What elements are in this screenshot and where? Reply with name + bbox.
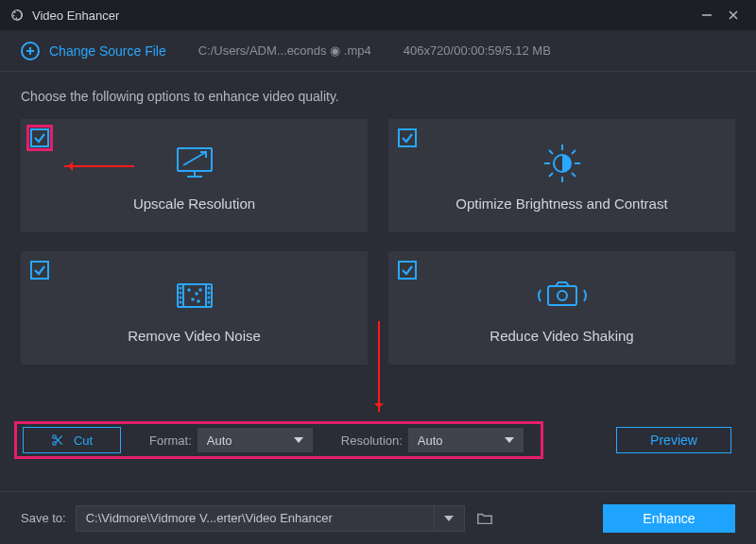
svg-point-34	[196, 293, 198, 295]
annotation-arrow-down	[378, 321, 380, 412]
svg-rect-38	[548, 286, 576, 305]
sun-contrast-icon	[539, 141, 586, 186]
svg-point-41	[53, 442, 57, 446]
preview-label: Preview	[650, 433, 697, 448]
format-label: Format:	[149, 434, 192, 448]
chevron-down-icon	[505, 437, 514, 443]
checkbox-brightness[interactable]	[398, 128, 417, 147]
svg-point-36	[199, 289, 201, 291]
instruction-text: Choose the following options to enhance …	[0, 72, 756, 113]
checkbox-upscale[interactable]	[30, 128, 49, 147]
format-value: Auto	[207, 434, 232, 448]
format-select[interactable]: Auto	[198, 428, 313, 452]
svg-point-28	[180, 301, 180, 302]
card-label: Remove Video Noise	[128, 328, 261, 344]
folder-icon	[476, 511, 493, 526]
svg-point-32	[208, 301, 209, 302]
save-path-value: C:\Vidmore\Vidmore V...erter\Video Enhan…	[86, 511, 333, 525]
card-label: Reduce Video Shaking	[490, 328, 633, 344]
change-source-button[interactable]: Change Source File	[21, 42, 166, 60]
save-path-input[interactable]: C:\Vidmore\Vidmore V...erter\Video Enhan…	[76, 505, 435, 532]
svg-marker-45	[505, 437, 514, 443]
svg-point-2	[13, 15, 15, 17]
svg-marker-46	[444, 516, 454, 521]
card-label: Optimize Brightness and Contrast	[455, 196, 667, 212]
chevron-down-icon	[294, 437, 303, 443]
card-upscale-resolution[interactable]: Upscale Resolution	[21, 119, 368, 232]
card-remove-noise[interactable]: Remove Video Noise	[21, 251, 368, 365]
svg-point-39	[558, 291, 567, 300]
save-to-label: Save to:	[21, 511, 66, 525]
svg-point-1	[14, 11, 16, 13]
svg-point-35	[192, 298, 194, 300]
window-title: Video Enhancer	[32, 8, 119, 23]
filmstrip-icon	[170, 273, 219, 318]
resolution-value: Auto	[418, 434, 443, 448]
chevron-down-icon	[444, 516, 454, 521]
change-source-label: Change Source File	[49, 43, 166, 59]
svg-point-25	[180, 287, 180, 288]
source-path: C:/Users/ADM...econds ◉ .mp4	[198, 43, 371, 58]
scissors-icon	[51, 434, 64, 447]
svg-point-3	[15, 18, 17, 20]
svg-line-19	[572, 173, 576, 177]
svg-point-30	[208, 292, 209, 293]
app-logo-icon	[9, 8, 25, 23]
svg-point-33	[188, 289, 190, 291]
save-path-dropdown[interactable]	[435, 505, 465, 532]
svg-line-18	[549, 150, 553, 154]
resolution-label: Resolution:	[341, 434, 403, 448]
controls-highlight-box: Cut Format: Auto Resolution: Auto	[14, 421, 543, 459]
resolution-select[interactable]: Auto	[408, 428, 524, 452]
cut-label: Cut	[74, 434, 93, 448]
plus-circle-icon	[21, 42, 40, 60]
checkbox-noise[interactable]	[30, 261, 49, 280]
svg-point-40	[53, 435, 57, 439]
camera-shake-icon	[533, 273, 592, 318]
preview-button[interactable]: Preview	[616, 427, 731, 453]
svg-point-26	[180, 292, 180, 293]
svg-line-21	[549, 173, 553, 177]
monitor-arrow-icon	[168, 141, 221, 186]
checkbox-shaking[interactable]	[398, 261, 417, 280]
cut-button[interactable]: Cut	[23, 427, 121, 453]
svg-point-31	[208, 297, 209, 298]
enhance-button[interactable]: Enhance	[603, 504, 735, 533]
svg-marker-44	[294, 437, 303, 443]
open-folder-button[interactable]	[472, 506, 497, 531]
svg-line-20	[572, 150, 576, 154]
minimize-button[interactable]	[694, 2, 720, 28]
card-brightness-contrast[interactable]: Optimize Brightness and Contrast	[388, 119, 735, 232]
svg-point-37	[198, 300, 199, 302]
card-label: Upscale Resolution	[133, 196, 255, 212]
enhance-label: Enhance	[643, 511, 695, 526]
svg-point-29	[208, 287, 209, 288]
close-button[interactable]	[720, 2, 747, 28]
svg-point-27	[180, 297, 180, 298]
annotation-arrow-left	[64, 165, 134, 167]
svg-line-12	[183, 152, 206, 165]
source-info: 406x720/00:00:59/5.12 MB	[404, 43, 551, 58]
card-reduce-shaking[interactable]: Reduce Video Shaking	[388, 251, 735, 365]
